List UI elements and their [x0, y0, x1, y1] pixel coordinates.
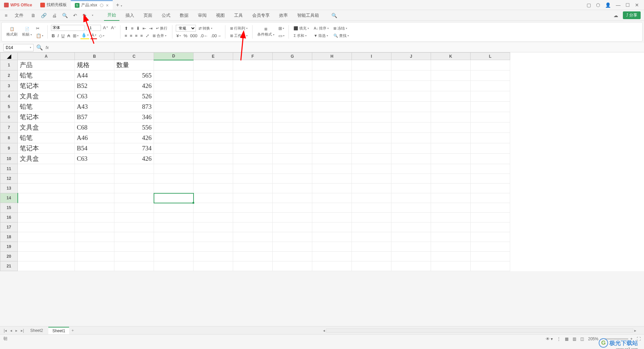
cell-L17[interactable]: [471, 222, 510, 232]
cond-format-label[interactable]: 条件格式 ▾: [257, 32, 274, 37]
cell-J20[interactable]: [391, 252, 431, 261]
cell-H2[interactable]: [312, 70, 352, 81]
indent-increase-icon[interactable]: ⇥: [148, 25, 153, 32]
cell-K11[interactable]: [431, 164, 471, 174]
cell-B15[interactable]: [75, 203, 114, 213]
cell-B11[interactable]: [75, 164, 114, 174]
cell-B8[interactable]: A46: [75, 133, 114, 143]
cell-K16[interactable]: [431, 213, 471, 222]
cell-F2[interactable]: [233, 70, 273, 81]
cell-I5[interactable]: [352, 102, 391, 112]
menu-tab-smart[interactable]: 智能工具箱: [294, 10, 322, 20]
cell-L3[interactable]: [471, 81, 510, 91]
cell-C21[interactable]: [114, 261, 154, 271]
cell-G7[interactable]: [273, 122, 312, 133]
cell-E11[interactable]: [194, 164, 233, 174]
cell-K4[interactable]: [431, 91, 471, 102]
cell-I1[interactable]: [352, 60, 391, 70]
indent-decrease-icon[interactable]: ⇤: [142, 25, 147, 32]
cell-L20[interactable]: [471, 252, 510, 261]
cell-A20[interactable]: [18, 252, 75, 261]
hscroll-left[interactable]: ◂: [322, 328, 326, 333]
cell-A3[interactable]: 笔记本: [18, 81, 75, 91]
cell-D19[interactable]: [154, 242, 194, 252]
menu-tab-formula[interactable]: 公式: [158, 10, 174, 20]
percent-icon[interactable]: %: [183, 33, 188, 39]
decrease-font-icon[interactable]: A⁻: [110, 24, 117, 31]
cell-H8[interactable]: [312, 133, 352, 143]
add-sheet-button[interactable]: +: [70, 328, 75, 333]
cell-L13[interactable]: [471, 184, 510, 193]
currency-icon[interactable]: ¥ ▾: [176, 33, 181, 39]
cell-H18[interactable]: [312, 232, 352, 242]
cond-format-icon[interactable]: ⊞: [264, 27, 267, 31]
cell-E14[interactable]: [194, 193, 233, 203]
cell-E21[interactable]: [194, 261, 233, 271]
cell-B5[interactable]: A43: [75, 102, 114, 112]
cell-L1[interactable]: [471, 60, 510, 70]
cell-H17[interactable]: [312, 222, 352, 232]
cell-F5[interactable]: [233, 102, 273, 112]
cell-J21[interactable]: [391, 261, 431, 271]
cell-A14[interactable]: [18, 193, 75, 203]
cell-L19[interactable]: [471, 242, 510, 252]
cell-B18[interactable]: [75, 232, 114, 242]
cell-F17[interactable]: [233, 222, 273, 232]
row-header-12[interactable]: 12: [0, 174, 18, 184]
cell-I4[interactable]: [352, 91, 391, 102]
cell-F20[interactable]: [233, 252, 273, 261]
cell-L9[interactable]: [471, 143, 510, 154]
italic-icon[interactable]: I: [57, 33, 59, 39]
col-header-J[interactable]: J: [391, 53, 431, 60]
cell-B20[interactable]: [75, 252, 114, 261]
cell-G2[interactable]: [273, 70, 312, 81]
cell-J12[interactable]: [391, 174, 431, 184]
avatar-icon[interactable]: 👤: [605, 2, 611, 8]
cell-C13[interactable]: [114, 184, 154, 193]
worksheet-button[interactable]: ⊞ 工作表 ▾: [229, 33, 249, 39]
cell-I19[interactable]: [352, 242, 391, 252]
cell-F3[interactable]: [233, 81, 273, 91]
cell-A6[interactable]: 笔记本: [18, 112, 75, 122]
cell-L10[interactable]: [471, 154, 510, 164]
number-format-select[interactable]: 常规: [176, 25, 196, 32]
cell-H14[interactable]: [312, 193, 352, 203]
add-tab-button[interactable]: + ▾: [113, 2, 125, 8]
cell-J9[interactable]: [391, 143, 431, 154]
clear-format-icon[interactable]: ◇ ▾: [98, 33, 105, 39]
cell-A17[interactable]: [18, 222, 75, 232]
cell-E18[interactable]: [194, 232, 233, 242]
cell-E10[interactable]: [194, 154, 233, 164]
cell-F1[interactable]: [233, 60, 273, 70]
row-header-11[interactable]: 11: [0, 164, 18, 174]
cell-C16[interactable]: [114, 213, 154, 222]
cell-B14[interactable]: [75, 193, 114, 203]
cell-C17[interactable]: [114, 222, 154, 232]
name-box[interactable]: D14 ▾: [3, 44, 34, 51]
row-col-button[interactable]: ⊞ 行和列 ▾: [229, 25, 249, 32]
row-header-9[interactable]: 9: [0, 143, 18, 154]
col-header-E[interactable]: E: [194, 53, 233, 60]
align-top-icon[interactable]: ⬆: [124, 25, 129, 32]
row-header-7[interactable]: 7: [0, 122, 18, 133]
chevron-down-icon[interactable]: ▾: [30, 46, 31, 49]
cell-K19[interactable]: [431, 242, 471, 252]
cell-D8[interactable]: [154, 133, 194, 143]
cell-B2[interactable]: A44: [75, 70, 114, 81]
sort-button[interactable]: A↓ 排序 ▾: [312, 25, 330, 32]
cell-D20[interactable]: [154, 252, 194, 261]
cell-B3[interactable]: B52: [75, 81, 114, 91]
paste-icon[interactable]: 📄: [25, 27, 30, 31]
cell-H15[interactable]: [312, 203, 352, 213]
cell-L12[interactable]: [471, 174, 510, 184]
cell-L16[interactable]: [471, 213, 510, 222]
row-header-19[interactable]: 19: [0, 242, 18, 252]
cell-I15[interactable]: [352, 203, 391, 213]
cell-C7[interactable]: 556: [114, 122, 154, 133]
cell-J4[interactable]: [391, 91, 431, 102]
cell-B16[interactable]: [75, 213, 114, 222]
cell-F11[interactable]: [233, 164, 273, 174]
cell-K6[interactable]: [431, 112, 471, 122]
row-header-18[interactable]: 18: [0, 232, 18, 242]
cell-H11[interactable]: [312, 164, 352, 174]
